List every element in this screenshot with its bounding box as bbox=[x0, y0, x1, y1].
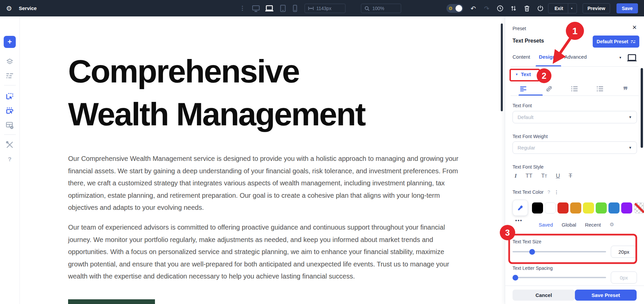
text-align-subtab-icon[interactable] bbox=[519, 86, 529, 92]
tools-icon[interactable] bbox=[4, 139, 15, 150]
responsive-caret-icon[interactable]: ▼ bbox=[619, 56, 622, 59]
global-settings-icon[interactable] bbox=[4, 120, 15, 131]
power-icon[interactable] bbox=[536, 4, 545, 13]
slider-track bbox=[513, 277, 606, 278]
default-preset-label: Default Preset bbox=[597, 39, 628, 44]
redo-icon[interactable]: ↷ bbox=[482, 4, 491, 13]
canvas-heading-line2: Wealth Management bbox=[68, 93, 437, 136]
color-swatch[interactable] bbox=[570, 202, 581, 214]
text-size-input[interactable] bbox=[611, 246, 637, 258]
layers-icon[interactable] bbox=[4, 56, 15, 67]
breakdance-builder-app: ⚙ Service ⋮ ⚙ bbox=[0, 0, 644, 304]
slider-thumb[interactable] bbox=[529, 249, 535, 255]
dark-mode-toggle[interactable]: ⚙ bbox=[446, 4, 463, 13]
color-swatch[interactable] bbox=[532, 202, 543, 214]
container-selector-icon[interactable] bbox=[4, 105, 15, 117]
strikethrough-icon[interactable]: T bbox=[569, 173, 572, 179]
slider-thumb[interactable] bbox=[513, 275, 518, 281]
canvas-width-input[interactable] bbox=[316, 6, 336, 11]
close-icon[interactable]: × bbox=[632, 24, 637, 31]
quote-subtab-icon[interactable]: ❞ bbox=[621, 89, 631, 92]
tab-design[interactable]: Design bbox=[539, 54, 556, 64]
editor-canvas[interactable]: Comprehensive Wealth Management Our Comp… bbox=[20, 16, 505, 304]
eyedropper-button[interactable] bbox=[513, 200, 528, 216]
cta-button-partial[interactable] bbox=[68, 299, 155, 304]
text-font-weight-dropdown[interactable]: Regular ▼ bbox=[513, 141, 637, 154]
preview-button[interactable]: Preview bbox=[583, 3, 610, 13]
kebab-menu-icon[interactable]: ⋮ bbox=[239, 0, 246, 16]
underline-icon[interactable]: U bbox=[556, 173, 560, 179]
canvas-scrollbar[interactable] bbox=[501, 23, 503, 111]
panel-footer: Cancel Save Preset bbox=[505, 286, 644, 304]
default-preset-button[interactable]: Default Preset bbox=[593, 36, 639, 48]
trash-icon[interactable] bbox=[523, 4, 531, 13]
text-section-header[interactable]: ▼ Text bbox=[515, 71, 531, 77]
exit-button[interactable]: Exit ▼ bbox=[548, 3, 577, 13]
exit-button-label: Exit bbox=[550, 4, 568, 13]
text-color-label: Text Text Color bbox=[513, 189, 543, 195]
structure-icon[interactable] bbox=[4, 70, 15, 81]
cancel-button[interactable]: Cancel bbox=[513, 290, 575, 301]
color-settings-gear-icon[interactable]: ⚙ bbox=[609, 222, 614, 228]
italic-icon[interactable]: I bbox=[515, 173, 517, 179]
breakpoint-tablet-icon[interactable] bbox=[278, 4, 288, 13]
color-tab-global[interactable]: Global bbox=[562, 222, 576, 228]
canvas-zoom-control bbox=[361, 4, 401, 13]
letter-spacing-input[interactable] bbox=[611, 271, 637, 284]
add-element-button[interactable]: + bbox=[4, 36, 16, 48]
text-font-style-label: Text Font Style bbox=[513, 164, 544, 170]
color-swatch[interactable] bbox=[557, 202, 569, 214]
save-preset-button[interactable]: Save Preset bbox=[575, 290, 637, 301]
settings-gear-icon[interactable]: ⚙ bbox=[6, 0, 12, 16]
letter-spacing-slider[interactable] bbox=[513, 271, 606, 284]
color-swatch[interactable] bbox=[621, 202, 632, 214]
canvas-heading-line1: Comprehensive bbox=[68, 50, 437, 93]
undo-icon[interactable]: ↶ bbox=[469, 4, 478, 13]
responsive-viewport-icon[interactable] bbox=[627, 54, 637, 61]
capitalize-large-t: T bbox=[541, 173, 544, 179]
capitalize-icon[interactable]: TT bbox=[541, 173, 547, 179]
ordered-list-subtab-icon[interactable] bbox=[595, 86, 605, 92]
font-style-toolbar: I TT TT U T bbox=[515, 173, 572, 179]
color-swatch[interactable] bbox=[608, 202, 620, 214]
color-swatch[interactable] bbox=[583, 202, 594, 214]
canvas-paragraph-1[interactable]: Our Comprehensive Wealth Management serv… bbox=[68, 153, 459, 214]
color-swatch[interactable] bbox=[634, 202, 644, 214]
element-selector-icon[interactable] bbox=[4, 91, 15, 102]
canvas-heading[interactable]: Comprehensive Wealth Management bbox=[68, 50, 437, 136]
text-section-label: Text bbox=[521, 71, 531, 77]
exit-dropdown-caret-icon[interactable]: ▼ bbox=[568, 4, 575, 13]
tab-advanced[interactable]: Advanced bbox=[565, 54, 587, 64]
save-button[interactable]: Save bbox=[616, 3, 638, 13]
panel-scrollbar[interactable] bbox=[641, 68, 643, 148]
color-picker-row bbox=[513, 200, 644, 216]
text-font-value: Default bbox=[518, 114, 534, 120]
history-clock-icon[interactable] bbox=[496, 4, 504, 13]
canvas-zoom-input[interactable] bbox=[372, 6, 392, 11]
import-export-icon[interactable] bbox=[509, 4, 518, 13]
more-colors-icon[interactable]: ••• bbox=[515, 218, 523, 223]
text-subtabs: ❞ bbox=[513, 83, 637, 95]
help-icon[interactable]: ? bbox=[4, 154, 15, 165]
text-size-slider[interactable] bbox=[513, 246, 606, 258]
color-source-tabs: Saved Global Recent ⚙ bbox=[539, 222, 614, 228]
bullet-list-subtab-icon[interactable] bbox=[570, 86, 580, 92]
preset-panel: Preset × Text Presets Default Preset Con… bbox=[505, 16, 644, 304]
color-swatch[interactable] bbox=[545, 202, 556, 214]
color-tab-saved[interactable]: Saved bbox=[539, 222, 553, 228]
uppercase-icon[interactable]: TT bbox=[526, 173, 533, 179]
canvas-paragraph-2[interactable]: Our team of experienced advisors is comm… bbox=[68, 221, 459, 283]
breakpoint-desktop-icon[interactable] bbox=[251, 4, 261, 13]
color-swatch[interactable] bbox=[596, 202, 607, 214]
text-font-dropdown[interactable]: Default ▼ bbox=[513, 111, 637, 123]
zoom-magnifier-icon bbox=[365, 6, 370, 11]
capitalize-small-t: T bbox=[545, 174, 547, 179]
letter-spacing-label: Text Letter Spacing bbox=[513, 265, 553, 271]
breakpoint-phone-icon[interactable] bbox=[290, 4, 300, 13]
color-tab-recent[interactable]: Recent bbox=[585, 222, 601, 228]
breakpoint-laptop-icon[interactable] bbox=[264, 4, 274, 13]
link-subtab-icon[interactable] bbox=[544, 85, 554, 92]
help-question-icon[interactable]: ? bbox=[547, 189, 550, 195]
color-options-kebab-icon[interactable]: ⋮ bbox=[554, 189, 559, 195]
tab-content[interactable]: Content bbox=[513, 54, 530, 64]
